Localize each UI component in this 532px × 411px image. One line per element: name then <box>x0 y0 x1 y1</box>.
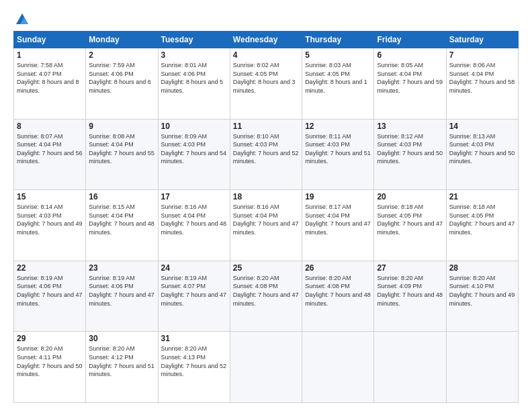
sunset-text: Sunset: 4:13 PM <box>161 354 206 361</box>
daylight-text: Daylight: 8 hours and 8 minutes. <box>17 79 79 94</box>
day-info: Sunrise: 8:15 AM Sunset: 4:04 PM Dayligh… <box>89 203 154 236</box>
day-number: 1 <box>17 50 83 60</box>
sunrise-text: Sunrise: 8:05 AM <box>377 62 423 68</box>
sunrise-text: Sunrise: 8:20 AM <box>161 345 208 352</box>
header-row: Sunday Monday Tuesday Wednesday Thursday… <box>14 32 519 48</box>
sunset-text: Sunset: 4:04 PM <box>377 71 422 77</box>
day-info: Sunrise: 8:09 AM Sunset: 4:03 PM Dayligh… <box>161 132 227 166</box>
calendar-cell: 28 Sunrise: 8:20 AM Sunset: 4:10 PM Dayl… <box>446 261 518 332</box>
sunrise-text: Sunrise: 8:07 AM <box>17 133 63 140</box>
col-wednesday: Wednesday <box>230 32 302 48</box>
calendar-cell: 16 Sunrise: 8:15 AM Sunset: 4:04 PM Dayl… <box>86 190 158 261</box>
calendar-cell: 19 Sunrise: 8:17 AM Sunset: 4:04 PM Dayl… <box>302 190 374 261</box>
daylight-text: Daylight: 7 hours and 47 minutes. <box>377 220 443 236</box>
sunrise-text: Sunrise: 8:20 AM <box>305 275 351 281</box>
calendar-cell: 7 Sunrise: 8:06 AM Sunset: 4:04 PM Dayli… <box>446 48 518 120</box>
sunset-text: Sunset: 4:04 PM <box>17 141 62 148</box>
daylight-text: Daylight: 7 hours and 56 minutes. <box>17 150 83 165</box>
day-info: Sunrise: 8:01 AM Sunset: 4:06 PM Dayligh… <box>161 61 227 95</box>
day-number: 15 <box>17 192 83 201</box>
day-number: 24 <box>161 263 227 273</box>
day-info: Sunrise: 8:17 AM Sunset: 4:04 PM Dayligh… <box>305 203 371 236</box>
calendar-cell: 9 Sunrise: 8:08 AM Sunset: 4:04 PM Dayli… <box>86 119 158 190</box>
calendar-cell: 18 Sunrise: 8:16 AM Sunset: 4:04 PM Dayl… <box>230 190 302 261</box>
sunset-text: Sunset: 4:09 PM <box>377 283 422 289</box>
calendar-week-row: 15 Sunrise: 8:14 AM Sunset: 4:03 PM Dayl… <box>14 190 519 261</box>
calendar-cell: 23 Sunrise: 8:19 AM Sunset: 4:06 PM Dayl… <box>86 261 158 332</box>
sunrise-text: Sunrise: 8:14 AM <box>17 203 63 210</box>
sunset-text: Sunset: 4:06 PM <box>89 283 134 289</box>
sunrise-text: Sunrise: 8:18 AM <box>377 203 423 210</box>
sunset-text: Sunset: 4:05 PM <box>305 71 350 77</box>
day-number: 23 <box>89 263 154 273</box>
day-number: 18 <box>233 192 299 201</box>
day-number: 30 <box>89 334 154 343</box>
sunrise-text: Sunrise: 7:59 AM <box>89 62 135 68</box>
calendar-cell: 4 Sunrise: 8:02 AM Sunset: 4:05 PM Dayli… <box>230 48 302 120</box>
daylight-text: Daylight: 7 hours and 47 minutes. <box>89 291 154 307</box>
calendar-cell: 14 Sunrise: 8:13 AM Sunset: 4:03 PM Dayl… <box>446 119 518 190</box>
sunrise-text: Sunrise: 8:19 AM <box>89 275 135 281</box>
sunrise-text: Sunrise: 8:17 AM <box>305 203 351 210</box>
day-number: 2 <box>89 50 154 60</box>
day-info: Sunrise: 8:20 AM Sunset: 4:12 PM Dayligh… <box>89 345 154 378</box>
calendar-cell: 2 Sunrise: 7:59 AM Sunset: 4:06 PM Dayli… <box>86 48 158 120</box>
day-number: 5 <box>305 50 371 60</box>
day-number: 10 <box>161 122 227 131</box>
day-info: Sunrise: 8:18 AM Sunset: 4:05 PM Dayligh… <box>377 203 443 236</box>
sunset-text: Sunset: 4:07 PM <box>17 71 62 77</box>
sunset-text: Sunset: 4:03 PM <box>161 141 206 148</box>
sunrise-text: Sunrise: 8:03 AM <box>305 62 351 68</box>
calendar-week-row: 8 Sunrise: 8:07 AM Sunset: 4:04 PM Dayli… <box>14 119 519 190</box>
daylight-text: Daylight: 7 hours and 48 minutes. <box>161 220 227 236</box>
sunrise-text: Sunrise: 8:16 AM <box>161 203 208 210</box>
calendar-cell: 31 Sunrise: 8:20 AM Sunset: 4:13 PM Dayl… <box>158 332 230 403</box>
day-info: Sunrise: 8:20 AM Sunset: 4:11 PM Dayligh… <box>17 345 83 378</box>
sunset-text: Sunset: 4:03 PM <box>305 141 350 148</box>
sunrise-text: Sunrise: 8:10 AM <box>233 133 279 140</box>
sunset-text: Sunset: 4:12 PM <box>89 354 134 361</box>
daylight-text: Daylight: 8 hours and 1 minute. <box>305 79 367 94</box>
daylight-text: Daylight: 7 hours and 50 minutes. <box>449 150 515 165</box>
daylight-text: Daylight: 7 hours and 47 minutes. <box>161 291 227 307</box>
day-number: 21 <box>449 192 515 201</box>
daylight-text: Daylight: 7 hours and 51 minutes. <box>89 363 154 378</box>
calendar-cell: 22 Sunrise: 8:19 AM Sunset: 4:06 PM Dayl… <box>14 261 86 332</box>
day-info: Sunrise: 8:20 AM Sunset: 4:10 PM Dayligh… <box>449 274 515 308</box>
sunrise-text: Sunrise: 8:09 AM <box>161 133 208 140</box>
calendar-cell: 1 Sunrise: 7:58 AM Sunset: 4:07 PM Dayli… <box>14 48 86 120</box>
daylight-text: Daylight: 7 hours and 51 minutes. <box>305 150 371 165</box>
sunset-text: Sunset: 4:06 PM <box>161 71 206 77</box>
day-info: Sunrise: 8:03 AM Sunset: 4:05 PM Dayligh… <box>305 61 371 95</box>
sunrise-text: Sunrise: 8:20 AM <box>449 275 496 281</box>
sunrise-text: Sunrise: 8:16 AM <box>233 203 279 210</box>
calendar-week-row: 1 Sunrise: 7:58 AM Sunset: 4:07 PM Dayli… <box>14 48 519 120</box>
daylight-text: Daylight: 7 hours and 50 minutes. <box>17 363 83 378</box>
calendar-cell: 5 Sunrise: 8:03 AM Sunset: 4:05 PM Dayli… <box>302 48 374 120</box>
day-info: Sunrise: 7:58 AM Sunset: 4:07 PM Dayligh… <box>17 61 83 95</box>
day-info: Sunrise: 8:19 AM Sunset: 4:06 PM Dayligh… <box>17 274 83 308</box>
day-number: 20 <box>377 192 443 201</box>
calendar-cell: 29 Sunrise: 8:20 AM Sunset: 4:11 PM Dayl… <box>14 332 86 403</box>
col-monday: Monday <box>86 32 158 48</box>
col-saturday: Saturday <box>446 32 518 48</box>
day-number: 31 <box>161 334 227 343</box>
calendar-cell <box>446 332 518 403</box>
sunset-text: Sunset: 4:07 PM <box>161 283 206 289</box>
sunset-text: Sunset: 4:04 PM <box>449 71 494 77</box>
sunset-text: Sunset: 4:11 PM <box>17 354 62 361</box>
day-number: 16 <box>89 192 154 201</box>
sunrise-text: Sunrise: 8:20 AM <box>233 275 279 281</box>
calendar-week-row: 22 Sunrise: 8:19 AM Sunset: 4:06 PM Dayl… <box>14 261 519 332</box>
daylight-text: Daylight: 7 hours and 54 minutes. <box>161 150 227 165</box>
daylight-text: Daylight: 7 hours and 47 minutes. <box>233 291 299 307</box>
day-number: 22 <box>17 263 83 273</box>
daylight-text: Daylight: 7 hours and 48 minutes. <box>89 220 154 236</box>
sunrise-text: Sunrise: 8:01 AM <box>161 62 208 68</box>
daylight-text: Daylight: 7 hours and 50 minutes. <box>377 150 443 165</box>
sunrise-text: Sunrise: 8:19 AM <box>161 275 208 281</box>
daylight-text: Daylight: 7 hours and 55 minutes. <box>89 150 154 165</box>
sunset-text: Sunset: 4:05 PM <box>233 71 278 77</box>
sunset-text: Sunset: 4:05 PM <box>377 212 422 219</box>
sunrise-text: Sunrise: 8:02 AM <box>233 62 279 68</box>
